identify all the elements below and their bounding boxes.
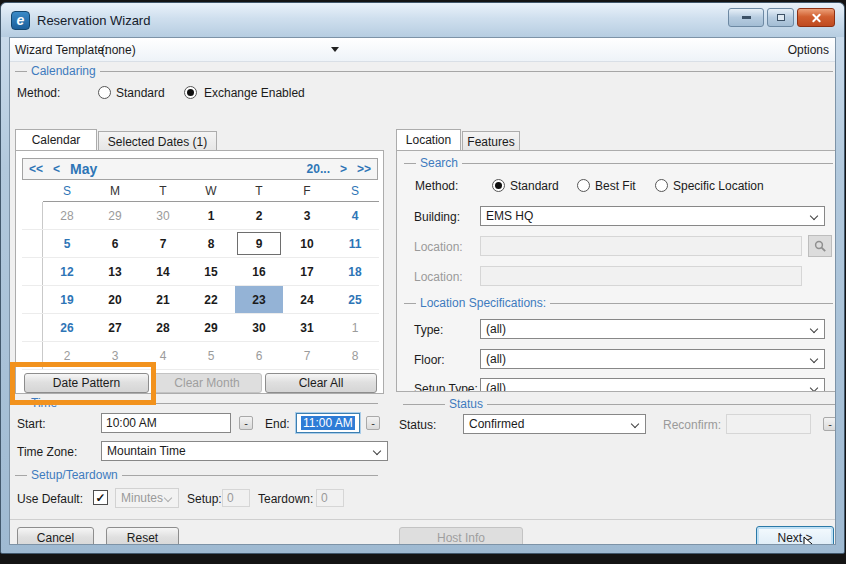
calendar-day[interactable]: 27 (91, 314, 139, 341)
status-dropdown[interactable]: Confirmed (463, 414, 646, 434)
wizard-template-dropdown[interactable]: (none) (101, 43, 136, 57)
calendar-next-month-button[interactable]: > (340, 162, 347, 176)
search-group: Search (404, 157, 833, 170)
start-time-input[interactable]: 10:00 AM (101, 413, 231, 433)
calendar-day[interactable]: 22 (187, 286, 235, 313)
search-bestfit-label[interactable]: Best Fit (595, 179, 636, 193)
calendar-prev-month-button[interactable]: < (53, 162, 60, 176)
calendar-day[interactable]: 1 (331, 314, 379, 341)
calendar-day[interactable]: 16 (235, 258, 283, 285)
use-default-checkbox[interactable]: ✓ (93, 490, 108, 505)
tab-location[interactable]: Location (396, 129, 461, 150)
calendar-day[interactable]: 25 (331, 286, 379, 313)
calendar-day[interactable]: 8 (331, 342, 379, 369)
calendar-day[interactable]: 4 (331, 202, 379, 229)
calendar-day[interactable]: 19 (43, 286, 91, 313)
calendar-day[interactable]: 23 (235, 286, 283, 313)
minimize-button[interactable] (728, 8, 764, 27)
calendar-day[interactable]: 7 (283, 342, 331, 369)
calendar-day[interactable]: 28 (43, 202, 91, 229)
building-dropdown[interactable]: EMS HQ (480, 206, 825, 226)
end-time-input[interactable]: 11:00 AM (296, 413, 360, 433)
calendar-day-header-row: SMTWTFS (22, 184, 379, 202)
calendar-day[interactable]: 2 (235, 202, 283, 229)
calendar-day[interactable]: 6 (235, 342, 283, 369)
minus-icon: - (244, 418, 248, 428)
calendar-day[interactable]: 21 (139, 286, 187, 313)
start-time-picker-button[interactable]: - (239, 416, 253, 430)
calendar-day[interactable]: 10 (283, 230, 331, 257)
calendar-day[interactable]: 7 (139, 230, 187, 257)
search-standard-label[interactable]: Standard (510, 179, 559, 193)
search-specific-radio[interactable] (655, 179, 668, 192)
method-exchange-radio[interactable] (184, 86, 197, 99)
location-panel: Search Method: Standard Best Fit Specifi… (396, 150, 836, 392)
calendar-next-year-button[interactable]: >> (357, 162, 371, 176)
method-exchange-label[interactable]: Exchange Enabled (204, 86, 305, 100)
calendar-day[interactable]: 13 (91, 258, 139, 285)
calendar-day[interactable]: 5 (43, 230, 91, 257)
calendar-day[interactable]: 6 (91, 230, 139, 257)
next-button[interactable]: Next > (756, 526, 834, 545)
calendar-day[interactable]: 31 (283, 314, 331, 341)
search-specific-label[interactable]: Specific Location (673, 179, 764, 193)
reset-button[interactable]: Reset (106, 527, 179, 545)
calendar-day-header: W (187, 184, 235, 202)
maximize-icon (777, 14, 785, 21)
calendar-day[interactable]: 30 (139, 202, 187, 229)
teardown-label: Teardown: (258, 492, 313, 506)
search-standard-radio[interactable] (492, 179, 505, 192)
calendar-day[interactable]: 1 (187, 202, 235, 229)
time-zone-label: Time Zone: (17, 445, 77, 459)
calendar-day[interactable]: 26 (43, 314, 91, 341)
calendar-day[interactable]: 29 (187, 314, 235, 341)
setup-type-dropdown[interactable]: (all) (480, 378, 825, 392)
close-button[interactable] (797, 8, 835, 27)
calendar-month-label: May (70, 161, 97, 177)
cancel-button[interactable]: Cancel (17, 527, 94, 545)
calendar-day[interactable]: 24 (283, 286, 331, 313)
tab-selected-dates[interactable]: Selected Dates (1) (98, 131, 217, 150)
calendar-day[interactable]: 9 (235, 230, 283, 257)
reconfirm-label: Reconfirm: (663, 418, 721, 432)
calendar-day-header: T (139, 184, 187, 202)
calendar-day[interactable]: 28 (139, 314, 187, 341)
end-time-picker-button[interactable]: - (366, 416, 380, 430)
maximize-button[interactable] (767, 8, 794, 27)
search-bestfit-radio[interactable] (577, 179, 590, 192)
clear-all-button[interactable]: Clear All (265, 373, 377, 393)
tab-calendar[interactable]: Calendar (15, 129, 97, 150)
tab-features[interactable]: Features (462, 131, 520, 150)
wizard-template-caret-icon[interactable] (331, 47, 339, 52)
method-standard-radio[interactable] (98, 86, 111, 99)
calendar-day[interactable]: 12 (43, 258, 91, 285)
calendaring-group-label: Calendaring (27, 65, 100, 78)
calendar-prev-year-button[interactable]: << (29, 162, 43, 176)
time-zone-dropdown[interactable]: Mountain Time (101, 441, 388, 461)
calendar-day[interactable]: 14 (139, 258, 187, 285)
title-bar[interactable]: e Reservation Wizard (1, 3, 844, 37)
type-dropdown[interactable]: (all) (480, 319, 825, 339)
calendar-day[interactable]: 3 (283, 202, 331, 229)
calendar-day[interactable]: 17 (283, 258, 331, 285)
method-standard-label[interactable]: Standard (116, 86, 165, 100)
calendar-week-gutter (22, 258, 43, 285)
options-button[interactable]: Options (788, 43, 829, 57)
calendar-day[interactable]: 30 (235, 314, 283, 341)
setup-type-label: Setup Type: (414, 382, 478, 392)
calendar-day[interactable]: 15 (187, 258, 235, 285)
reservation-wizard-window: e Reservation Wizard Wizard Template: (n… (0, 2, 845, 554)
location-input (480, 236, 802, 256)
calendar-day[interactable]: 8 (187, 230, 235, 257)
teardown-input: 0 (316, 489, 344, 507)
calendaring-method-label: Method: (17, 86, 60, 100)
calendar-day[interactable]: 11 (331, 230, 379, 257)
calendar-day[interactable]: 29 (91, 202, 139, 229)
calendar-day[interactable]: 20 (91, 286, 139, 313)
setup-unit-dropdown: Minutes (115, 488, 179, 508)
calendar-day[interactable]: 5 (187, 342, 235, 369)
search-icon (814, 240, 827, 253)
building-label: Building: (414, 210, 460, 224)
calendar-day[interactable]: 18 (331, 258, 379, 285)
floor-dropdown[interactable]: (all) (480, 349, 825, 369)
